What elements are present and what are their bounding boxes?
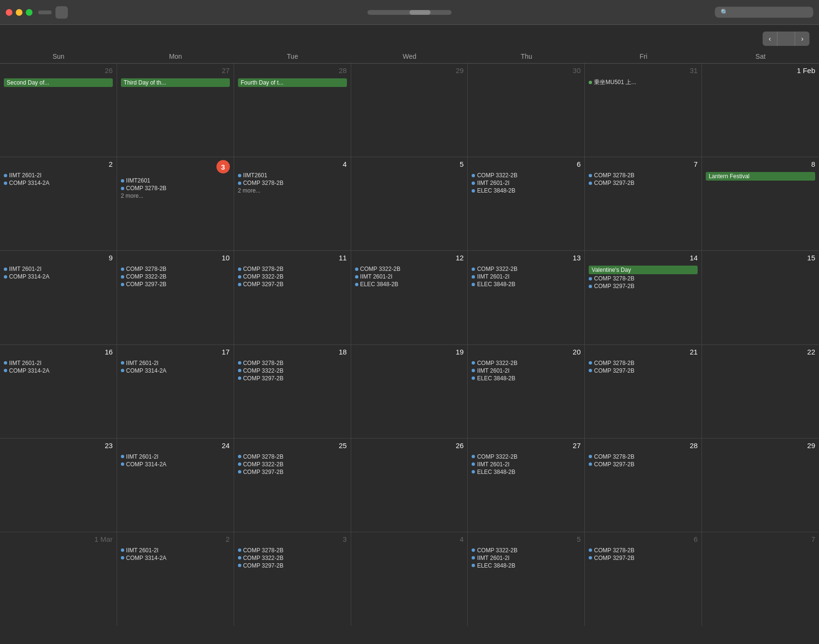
minimize-button[interactable]: [16, 9, 22, 16]
event-item[interactable]: COMP 3278-2B: [589, 275, 698, 282]
cal-cell-4-3[interactable]: 26: [351, 439, 468, 532]
cal-cell-4-1[interactable]: 24IIMT 2601-2ICOMP 3314-2A: [117, 439, 234, 532]
event-item[interactable]: IIMT 2601-2I: [472, 180, 581, 186]
view-week-button[interactable]: [388, 10, 410, 15]
calendars-button[interactable]: [38, 11, 52, 14]
add-event-button[interactable]: [55, 6, 68, 19]
cal-cell-3-5[interactable]: 21COMP 3278-2BCOMP 3297-2B: [585, 345, 702, 438]
event-item[interactable]: IIMT 2601-2I: [472, 273, 581, 280]
event-item[interactable]: COMP 3322-2B: [472, 547, 581, 554]
event-item[interactable]: IIMT 2601-2I: [472, 367, 581, 374]
cal-cell-0-2[interactable]: 28Fourth Day of t...: [234, 64, 351, 157]
event-item[interactable]: COMP 3322-2B: [355, 266, 464, 272]
cal-cell-1-1[interactable]: 3IIMT2601COMP 3278-2B2 more...: [117, 157, 234, 250]
event-item[interactable]: COMP 3297-2B: [121, 281, 230, 288]
search-input[interactable]: [731, 9, 808, 16]
event-item[interactable]: COMP 3297-2B: [238, 281, 347, 288]
cal-cell-2-6[interactable]: 15: [702, 251, 819, 344]
cal-cell-2-0[interactable]: 9IIMT 2601-2ICOMP 3314-2A: [0, 251, 117, 344]
cal-cell-4-6[interactable]: 29: [702, 439, 819, 532]
cal-cell-0-1[interactable]: 27Third Day of th...: [117, 64, 234, 157]
cal-cell-0-4[interactable]: 30: [468, 64, 585, 157]
next-month-button[interactable]: ›: [795, 32, 809, 46]
event-item[interactable]: COMP 3297-2B: [589, 367, 698, 374]
cal-cell-1-4[interactable]: 6COMP 3322-2BIIMT 2601-2IELEC 3848-2B: [468, 157, 585, 250]
event-item[interactable]: COMP 3314-2A: [121, 555, 230, 561]
event-item[interactable]: COMP 3322-2B: [238, 367, 347, 374]
cal-cell-3-6[interactable]: 22: [702, 345, 819, 438]
event-item[interactable]: COMP 3314-2A: [121, 367, 230, 374]
event-item[interactable]: COMP 3322-2B: [472, 172, 581, 179]
cal-cell-5-1[interactable]: 2IIMT 2601-2ICOMP 3314-2A: [117, 532, 234, 626]
fullscreen-button[interactable]: [26, 9, 32, 16]
today-button[interactable]: [777, 32, 795, 46]
cal-cell-0-0[interactable]: 26Second Day of...: [0, 64, 117, 157]
event-bar[interactable]: Lantern Festival: [706, 172, 815, 181]
event-bar[interactable]: Third Day of th...: [121, 78, 230, 87]
cal-cell-0-6[interactable]: 1 Feb: [702, 64, 819, 157]
cal-cell-3-3[interactable]: 19: [351, 345, 468, 438]
cal-cell-1-5[interactable]: 7COMP 3278-2BCOMP 3297-2B: [585, 157, 702, 250]
event-item[interactable]: COMP 3297-2B: [238, 375, 347, 382]
event-item[interactable]: IIMT 2601-2I: [121, 547, 230, 554]
event-item[interactable]: COMP 3314-2A: [4, 180, 113, 186]
event-bar[interactable]: Valentine's Day: [589, 266, 698, 274]
more-events-link[interactable]: 2 more...: [121, 193, 230, 199]
event-item[interactable]: COMP 3322-2B: [472, 360, 581, 366]
close-button[interactable]: [6, 9, 12, 16]
event-item[interactable]: COMP 3314-2A: [121, 461, 230, 468]
event-item[interactable]: IIMT 2601-2I: [121, 453, 230, 460]
event-item[interactable]: COMP 3278-2B: [121, 185, 230, 192]
event-item[interactable]: COMP 3314-2A: [4, 273, 113, 280]
event-bar[interactable]: Second Day of...: [4, 78, 113, 87]
event-item[interactable]: ELEC 3848-2B: [472, 469, 581, 475]
event-item[interactable]: COMP 3278-2B: [238, 453, 347, 460]
event-item[interactable]: COMP 3297-2B: [589, 180, 698, 186]
event-item[interactable]: ELEC 3848-2B: [472, 281, 581, 288]
cal-cell-5-3[interactable]: 4: [351, 532, 468, 626]
event-item[interactable]: ELEC 3848-2B: [355, 281, 464, 288]
event-item[interactable]: COMP 3322-2B: [472, 266, 581, 272]
event-item[interactable]: COMP 3322-2B: [121, 273, 230, 280]
event-item[interactable]: IIMT2601: [238, 172, 347, 179]
cal-cell-4-0[interactable]: 23: [0, 439, 117, 532]
cal-cell-3-0[interactable]: 16IIMT 2601-2ICOMP 3314-2A: [0, 345, 117, 438]
cal-cell-3-1[interactable]: 17IIMT 2601-2ICOMP 3314-2A: [117, 345, 234, 438]
cal-cell-2-5[interactable]: 14Valentine's DayCOMP 3278-2BCOMP 3297-2…: [585, 251, 702, 344]
event-item[interactable]: IIMT 2601-2I: [472, 555, 581, 561]
event-item[interactable]: IIMT 2601-2I: [472, 461, 581, 468]
more-events-link[interactable]: 2 more...: [238, 187, 347, 194]
event-item[interactable]: IIMT 2601-2I: [4, 266, 113, 272]
event-item[interactable]: 乗坐MU501 上...: [589, 78, 698, 86]
event-item[interactable]: COMP 3278-2B: [589, 172, 698, 179]
event-item[interactable]: COMP 3278-2B: [589, 453, 698, 460]
cal-cell-1-2[interactable]: 4IIMT2601COMP 3278-2B2 more...: [234, 157, 351, 250]
cal-cell-4-4[interactable]: 27COMP 3322-2BIIMT 2601-2IELEC 3848-2B: [468, 439, 585, 532]
cal-cell-5-4[interactable]: 5COMP 3322-2BIIMT 2601-2IELEC 3848-2B: [468, 532, 585, 626]
event-item[interactable]: COMP 3278-2B: [589, 547, 698, 554]
event-item[interactable]: COMP 3278-2B: [238, 266, 347, 272]
event-item[interactable]: ELEC 3848-2B: [472, 375, 581, 382]
cal-cell-5-6[interactable]: 7: [702, 532, 819, 626]
event-item[interactable]: COMP 3297-2B: [589, 283, 698, 290]
cal-cell-1-3[interactable]: 5: [351, 157, 468, 250]
event-item[interactable]: COMP 3322-2B: [238, 555, 347, 561]
cal-cell-4-5[interactable]: 28COMP 3278-2BCOMP 3297-2B: [585, 439, 702, 532]
cal-cell-4-2[interactable]: 25COMP 3278-2BCOMP 3322-2BCOMP 3297-2B: [234, 439, 351, 532]
cal-cell-2-1[interactable]: 10COMP 3278-2BCOMP 3322-2BCOMP 3297-2B: [117, 251, 234, 344]
prev-month-button[interactable]: ‹: [763, 32, 777, 46]
cal-cell-2-3[interactable]: 12COMP 3322-2BIIMT 2601-2IELEC 3848-2B: [351, 251, 468, 344]
event-item[interactable]: COMP 3297-2B: [238, 469, 347, 475]
cal-cell-3-4[interactable]: 20COMP 3322-2BIIMT 2601-2IELEC 3848-2B: [468, 345, 585, 438]
event-item[interactable]: IIMT 2601-2I: [355, 273, 464, 280]
cal-cell-3-2[interactable]: 18COMP 3278-2BCOMP 3322-2BCOMP 3297-2B: [234, 345, 351, 438]
event-item[interactable]: COMP 3322-2B: [238, 273, 347, 280]
cal-cell-5-0[interactable]: 1 Mar: [0, 532, 117, 626]
cal-cell-1-6[interactable]: 8Lantern Festival: [702, 157, 819, 250]
event-item[interactable]: COMP 3314-2A: [4, 367, 113, 374]
cal-cell-2-2[interactable]: 11COMP 3278-2BCOMP 3322-2BCOMP 3297-2B: [234, 251, 351, 344]
cal-cell-0-3[interactable]: 29: [351, 64, 468, 157]
event-item[interactable]: COMP 3297-2B: [589, 461, 698, 468]
cal-cell-2-4[interactable]: 13COMP 3322-2BIIMT 2601-2IELEC 3848-2B: [468, 251, 585, 344]
view-month-button[interactable]: [410, 10, 431, 15]
